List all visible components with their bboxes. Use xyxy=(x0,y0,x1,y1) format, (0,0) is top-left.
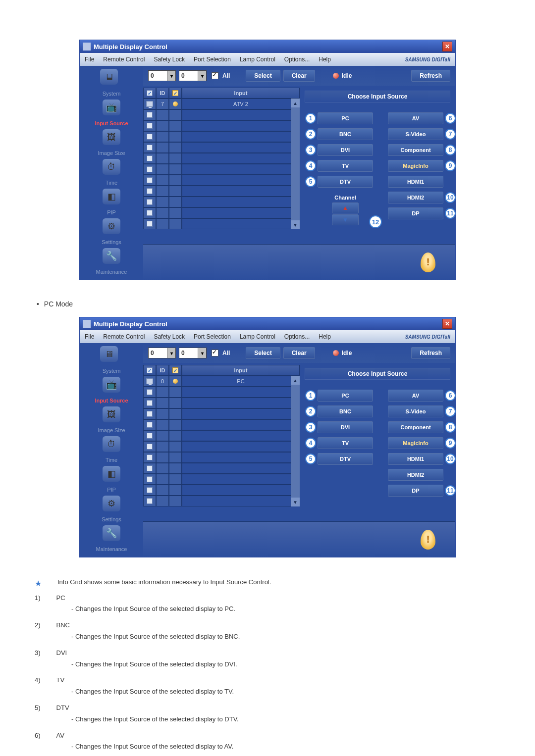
menu-lamp[interactable]: Lamp Control xyxy=(240,56,275,63)
menu-remote[interactable]: Remote Control xyxy=(103,56,145,63)
hdmi2-button[interactable]: HDMI2 xyxy=(388,469,443,481)
input-source-icon[interactable]: 📺 xyxy=(103,377,120,393)
menu-file[interactable]: File xyxy=(85,333,94,340)
grid-scrollbar[interactable]: ▲ ▼ xyxy=(291,99,300,229)
maintenance-icon[interactable]: 🔧 xyxy=(103,248,120,264)
menu-lamp[interactable]: Lamp Control xyxy=(240,333,275,340)
menu-options[interactable]: Options... xyxy=(284,56,310,63)
scroll-down-icon[interactable]: ▼ xyxy=(291,220,300,229)
scroll-down-icon[interactable]: ▼ xyxy=(291,498,300,506)
check-all[interactable] xyxy=(212,72,218,79)
magicinfo-button[interactable]: MagicInfo 9 xyxy=(388,160,443,172)
sidebar-item-system[interactable]: System xyxy=(80,88,143,100)
tv-button[interactable]: 4 TV xyxy=(318,160,373,172)
drop-2[interactable]: 0 xyxy=(179,70,207,81)
titlebar[interactable]: Multiple Display Control ✕ xyxy=(80,40,455,53)
refresh-button[interactable]: Refresh xyxy=(411,347,450,359)
close-icon[interactable]: ✕ xyxy=(442,319,452,329)
channel-controls: Channel ▲ ▼ 12 xyxy=(318,195,373,226)
system-icon[interactable]: 🖥 xyxy=(100,346,118,362)
titlebar[interactable]: Multiple Display Control ✕ xyxy=(80,317,455,330)
sidebar-item-system[interactable]: System xyxy=(80,365,143,377)
scroll-up-icon[interactable]: ▲ xyxy=(291,99,300,107)
pip-icon[interactable]: ◧ xyxy=(103,189,120,204)
sidebar-item-input-source[interactable]: Input Source xyxy=(80,395,143,406)
clear-button[interactable]: Clear xyxy=(283,347,315,359)
drop-2[interactable]: 0 xyxy=(179,348,207,358)
dp-button[interactable]: DP 11 xyxy=(388,485,443,497)
sidebar-item-pip[interactable]: PIP xyxy=(80,484,143,496)
settings-icon[interactable]: ⚙ xyxy=(103,496,120,511)
sidebar-item-time[interactable]: Time xyxy=(80,177,143,189)
sidebar-item-pip[interactable]: PIP xyxy=(80,206,143,218)
dp-button[interactable]: DP 11 xyxy=(388,207,443,219)
drop-1[interactable]: 0 xyxy=(148,348,176,358)
sidebar-item-maintenance[interactable]: Maintenance xyxy=(80,543,143,555)
sidebar-item-input-source[interactable]: Input Source xyxy=(80,117,143,129)
callout-9: 9 xyxy=(445,160,456,171)
row-checkbox[interactable] xyxy=(147,112,153,118)
svideo-button[interactable]: S-Video 7 xyxy=(388,128,443,140)
channel-up-button[interactable]: ▲ xyxy=(332,202,359,213)
hdmi1-button[interactable]: HDMI1 xyxy=(388,176,443,188)
hdmi2-button[interactable]: HDMI2 10 xyxy=(388,192,443,203)
drop-1[interactable]: 0 xyxy=(148,70,176,81)
dvi-button[interactable]: 3 DVI xyxy=(318,421,373,433)
input-source-icon[interactable]: 📺 xyxy=(103,100,120,115)
dtv-button[interactable]: 5 DTV xyxy=(318,453,373,465)
check-all[interactable] xyxy=(212,350,218,356)
sidebar-item-image-size[interactable]: Image Size xyxy=(80,424,143,436)
dtv-button[interactable]: 5 DTV xyxy=(318,176,373,188)
image-size-icon[interactable]: 🖼 xyxy=(103,406,120,422)
tv-button[interactable]: 4 TV xyxy=(318,437,373,449)
clear-button[interactable]: Clear xyxy=(283,70,315,82)
component-button[interactable]: Component 8 xyxy=(388,144,443,156)
pip-icon[interactable]: ◧ xyxy=(103,466,120,482)
time-icon[interactable]: ⏱ xyxy=(103,159,120,175)
header-checkbox[interactable] xyxy=(147,90,153,96)
menu-remote[interactable]: Remote Control xyxy=(103,333,145,340)
magicinfo-button[interactable]: MagicInfo 9 xyxy=(388,437,443,449)
bnc-button[interactable]: 2 BNC xyxy=(318,405,373,417)
header-id: ID xyxy=(156,365,169,376)
image-size-icon[interactable]: 🖼 xyxy=(103,129,120,145)
callout-6: 6 xyxy=(445,390,456,401)
app-icon xyxy=(83,320,91,328)
menu-file[interactable]: File xyxy=(85,56,94,63)
svideo-button[interactable]: S-Video 7 xyxy=(388,405,443,417)
pc-button[interactable]: 1 PC xyxy=(318,112,373,124)
sidebar-item-settings[interactable]: Settings xyxy=(80,236,143,248)
scroll-up-icon[interactable]: ▲ xyxy=(291,376,300,385)
table-row[interactable]: 0 PC xyxy=(143,376,300,387)
channel-down-button[interactable]: ▼ xyxy=(332,214,359,225)
menu-options[interactable]: Options... xyxy=(284,333,310,340)
av-button[interactable]: AV 6 xyxy=(388,112,443,124)
dvi-button[interactable]: 3 DVI xyxy=(318,144,373,156)
maintenance-icon[interactable]: 🔧 xyxy=(103,525,120,541)
av-button[interactable]: AV 6 xyxy=(388,390,443,402)
table-row[interactable]: 7 ATV 2 xyxy=(143,99,300,109)
select-button[interactable]: Select xyxy=(246,70,280,82)
bnc-button[interactable]: 2 BNC xyxy=(318,128,373,140)
header-checkbox[interactable] xyxy=(147,367,153,373)
refresh-button[interactable]: Refresh xyxy=(411,70,450,82)
close-icon[interactable]: ✕ xyxy=(442,42,452,51)
sidebar-item-maintenance[interactable]: Maintenance xyxy=(80,266,143,278)
time-icon[interactable]: ⏱ xyxy=(103,436,120,452)
menu-help[interactable]: Help xyxy=(319,56,331,63)
select-button[interactable]: Select xyxy=(246,347,280,359)
menu-help[interactable]: Help xyxy=(319,333,331,340)
sidebar-item-image-size[interactable]: Image Size xyxy=(80,147,143,159)
menu-port[interactable]: Port Selection xyxy=(194,56,231,63)
menu-safety[interactable]: Safety Lock xyxy=(154,333,185,340)
sidebar-item-time[interactable]: Time xyxy=(80,454,143,466)
grid-scrollbar[interactable]: ▲ ▼ xyxy=(291,376,300,506)
menu-safety[interactable]: Safety Lock xyxy=(154,56,185,63)
component-button[interactable]: Component 8 xyxy=(388,421,443,433)
sidebar-item-settings[interactable]: Settings xyxy=(80,513,143,525)
system-icon[interactable]: 🖥 xyxy=(100,69,118,85)
hdmi1-button[interactable]: HDMI1 10 xyxy=(388,453,443,465)
pc-button[interactable]: 1 PC xyxy=(318,390,373,402)
settings-icon[interactable]: ⚙ xyxy=(103,218,120,234)
menu-port[interactable]: Port Selection xyxy=(194,333,231,340)
